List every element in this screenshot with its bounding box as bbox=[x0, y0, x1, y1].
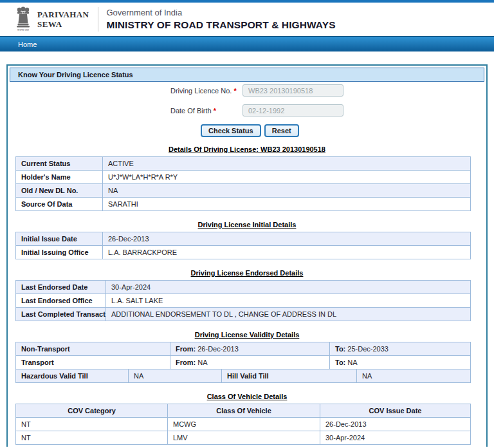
dob-label-text: Date Of Birth bbox=[170, 107, 212, 115]
to-value: NA bbox=[347, 359, 357, 366]
dob-input[interactable] bbox=[242, 104, 343, 117]
to-cell: To: NA bbox=[330, 356, 471, 369]
row-value: NA bbox=[103, 184, 471, 198]
row-value: L.A. BARRACKPORE bbox=[103, 246, 471, 259]
header-divider bbox=[98, 7, 98, 32]
hazardous-value: NA bbox=[129, 369, 222, 383]
table-row: Initial Issuing Office L.A. BARRACKPORE bbox=[16, 246, 471, 259]
cov-header-row: COV Category Class Of Vehicle COV Issue … bbox=[16, 404, 471, 418]
from-cell: From: 26-Dec-2013 bbox=[170, 342, 330, 356]
brand-line2: SEWA bbox=[37, 19, 89, 29]
hill-label: Hill Valid Till bbox=[222, 369, 357, 383]
table-row: Source Of Data SARATHI bbox=[16, 198, 471, 211]
row-value: ACTIVE bbox=[103, 157, 471, 171]
details-table: Current Status ACTIVE Holder's Name U*J*… bbox=[15, 156, 471, 211]
details-section-heading: Details Of Driving License: WB23 2013019… bbox=[8, 145, 486, 154]
initial-section-heading: Driving License Initial Details bbox=[8, 221, 486, 229]
table-row: Hazardous Valid Till NA Hill Valid Till … bbox=[16, 369, 471, 383]
brand-name: PARIVAHAN SEWA bbox=[37, 10, 89, 29]
to-label: To: bbox=[335, 359, 345, 366]
government-of-india-label: Government of India bbox=[106, 8, 335, 17]
to-label: To: bbox=[335, 345, 345, 353]
row-label: Source Of Data bbox=[16, 198, 103, 211]
reset-button[interactable]: Reset bbox=[264, 124, 299, 137]
table-row: Transport From: NA To: NA bbox=[16, 356, 471, 369]
from-label: From: bbox=[176, 359, 196, 366]
check-status-button[interactable]: Check Status bbox=[201, 124, 261, 137]
row-value: ADDITIONAL ENDORSEMENT TO DL , CHANGE OF… bbox=[106, 308, 471, 321]
row-value: L.A. SALT LAKE bbox=[106, 294, 471, 308]
brand-line1: PARIVAHAN bbox=[37, 10, 89, 19]
row-label: Last Endorsed Date bbox=[16, 281, 106, 294]
table-row: Last Endorsed Office L.A. SALT LAKE bbox=[16, 294, 471, 308]
row-label: Initial Issue Date bbox=[16, 232, 103, 246]
cov-class-cell: MCWG bbox=[168, 418, 320, 431]
cov-category-header: COV Category bbox=[16, 404, 168, 418]
row-value: 26-Dec-2013 bbox=[103, 232, 471, 246]
row-label: Last Endorsed Office bbox=[16, 294, 106, 308]
cov-class-cell: LMV bbox=[168, 431, 320, 445]
validity-section-heading: Driving License Validity Details bbox=[8, 331, 486, 339]
from-value: 26-Dec-2013 bbox=[197, 345, 239, 353]
dl-status-form: Driving Licence No. * Date Of Birth * Ch… bbox=[8, 84, 486, 137]
validity-table: Non-Transport From: 26-Dec-2013 To: 25-D… bbox=[15, 342, 471, 369]
table-row: Last Endorsed Date 30-Apr-2024 bbox=[16, 281, 471, 294]
content-panel: Know Your Driving Licence Status Driving… bbox=[6, 64, 488, 447]
site-header: सत्यमेव जयते PARIVAHAN SEWA Government o… bbox=[0, 3, 494, 36]
table-row: Current Status ACTIVE bbox=[16, 157, 471, 171]
row-value: 30-Apr-2024 bbox=[106, 281, 471, 294]
dob-row: Date Of Birth * bbox=[170, 104, 486, 117]
dl-number-label-text: Driving Licence No. bbox=[170, 87, 232, 95]
panel-title: Know Your Driving Licence Status bbox=[10, 68, 484, 82]
table-row: Last Completed Transaction ADDITIONAL EN… bbox=[16, 308, 471, 321]
from-label: From: bbox=[176, 345, 196, 353]
cov-category-cell: NT bbox=[16, 418, 168, 431]
dl-number-row: Driving Licence No. * bbox=[170, 84, 486, 97]
initial-details-table: Initial Issue Date 26-Dec-2013 Initial I… bbox=[15, 232, 471, 259]
cov-issue-date-header: COV Issue Date bbox=[320, 404, 471, 418]
table-row: NT LMV 30-Apr-2024 bbox=[16, 431, 471, 445]
cov-category-cell: NT bbox=[16, 431, 168, 445]
from-value: NA bbox=[197, 359, 207, 366]
required-asterisk: * bbox=[233, 87, 236, 95]
table-row: Old / New DL No. NA bbox=[16, 184, 471, 198]
to-value: 25-Dec-2033 bbox=[347, 345, 389, 353]
table-row: Holder's Name U*J*W*LA*H*R*A R*Y bbox=[16, 171, 471, 184]
row-label: Holder's Name bbox=[16, 171, 103, 184]
row-value: U*J*W*LA*H*R*A R*Y bbox=[103, 171, 471, 184]
row-label: Non-Transport bbox=[16, 342, 170, 356]
hazardous-label: Hazardous Valid Till bbox=[16, 369, 129, 383]
validity-extra-table: Hazardous Valid Till NA Hill Valid Till … bbox=[15, 369, 471, 383]
cov-issue-date-cell: 26-Dec-2013 bbox=[320, 418, 471, 431]
table-row: NT MCWG 26-Dec-2013 bbox=[16, 418, 471, 431]
class-of-vehicle-header: Class Of Vehicle bbox=[168, 404, 320, 418]
row-label: Current Status bbox=[16, 157, 103, 171]
cov-table: COV Category Class Of Vehicle COV Issue … bbox=[15, 404, 471, 445]
form-buttons: Check Status Reset bbox=[201, 124, 486, 137]
dob-label: Date Of Birth * bbox=[170, 107, 242, 115]
required-asterisk: * bbox=[214, 107, 216, 115]
from-cell: From: NA bbox=[170, 356, 330, 369]
nav-home-link[interactable]: Home bbox=[0, 41, 37, 48]
ministry-title: MINISTRY OF ROAD TRANSPORT & HIGHWAYS bbox=[106, 19, 335, 31]
main-navbar: Home bbox=[0, 36, 494, 51]
dl-number-label: Driving Licence No. * bbox=[170, 87, 242, 95]
dl-number-input[interactable] bbox=[242, 84, 343, 97]
hill-value: NA bbox=[357, 369, 471, 383]
ashoka-emblem-icon: सत्यमेव जयते bbox=[14, 6, 32, 33]
table-row: Initial Issue Date 26-Dec-2013 bbox=[16, 232, 471, 246]
endorsed-section-heading: Driving License Endorsed Details bbox=[8, 269, 486, 277]
row-value: SARATHI bbox=[103, 198, 471, 211]
row-label: Old / New DL No. bbox=[16, 184, 103, 198]
row-label: Transport bbox=[16, 356, 170, 369]
ministry-block: Government of India MINISTRY OF ROAD TRA… bbox=[106, 8, 335, 31]
table-row: Non-Transport From: 26-Dec-2013 To: 25-D… bbox=[16, 342, 471, 356]
endorsed-details-table: Last Endorsed Date 30-Apr-2024 Last Endo… bbox=[15, 280, 471, 321]
row-label: Last Completed Transaction bbox=[16, 308, 106, 321]
cov-issue-date-cell: 30-Apr-2024 bbox=[320, 431, 471, 445]
cov-section-heading: Class Of Vehicle Details bbox=[8, 393, 486, 401]
emblem-caption: सत्यमेव जयते bbox=[17, 29, 30, 32]
to-cell: To: 25-Dec-2033 bbox=[330, 342, 471, 356]
row-label: Initial Issuing Office bbox=[16, 246, 103, 259]
